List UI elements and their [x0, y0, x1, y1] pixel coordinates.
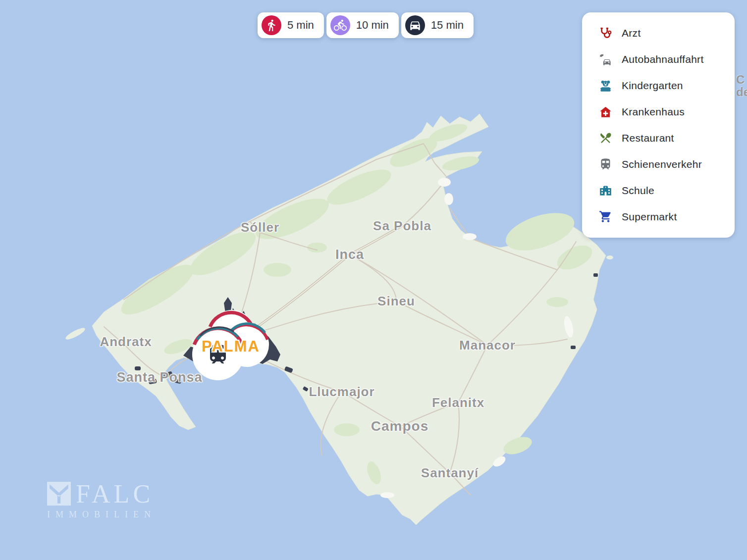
school-icon	[598, 183, 613, 198]
travel-time-toolbar: 5 min 10 min 15 min	[258, 12, 474, 38]
legend-label-restaurant: Restaurant	[622, 132, 674, 144]
legend-label-supermarkt: Supermarkt	[622, 211, 677, 223]
cart-icon	[598, 209, 613, 224]
legend-label-krankenhaus: Krankenhaus	[622, 106, 685, 118]
car-icon	[405, 15, 425, 35]
legend-item-schule: Schule	[582, 183, 735, 198]
legend-panel: Arzt Autobahnauffahrt Kindergarten	[582, 12, 735, 238]
legend-item-krankenhaus: Krankenhaus	[582, 104, 735, 119]
walk-time-chip[interactable]: 5 min	[258, 12, 324, 38]
stethoscope-icon	[598, 26, 613, 41]
hospital-icon	[598, 104, 613, 119]
legend-label-arzt: Arzt	[622, 27, 641, 39]
walking-icon	[262, 15, 281, 35]
legend-item-supermarkt: Supermarkt	[582, 209, 735, 224]
walk-time-label: 5 min	[287, 19, 314, 32]
legend-item-arzt: Arzt	[582, 26, 735, 41]
islet-ne	[606, 255, 613, 259]
legend-label-kindergarten: Kindergarten	[622, 80, 683, 92]
bike-time-chip[interactable]: 10 min	[326, 12, 399, 38]
car-time-label: 15 min	[431, 19, 464, 32]
legend-item-autobahnauffahrt: Autobahnauffahrt	[582, 52, 735, 67]
bike-time-label: 10 min	[356, 19, 389, 32]
train-marker-icon	[210, 345, 226, 363]
legend-item-restaurant: Restaurant	[582, 131, 735, 146]
teddy-bear-icon	[598, 78, 613, 93]
car-time-chip[interactable]: 15 min	[401, 12, 474, 38]
restaurant-icon	[598, 131, 613, 146]
legend-item-kindergarten: Kindergarten	[582, 78, 735, 93]
map-label-fragment: C de	[736, 73, 747, 99]
legend-label-schule: Schule	[622, 185, 654, 197]
train-icon	[598, 157, 613, 172]
cycling-icon	[330, 15, 350, 35]
highway-car-icon	[598, 52, 613, 67]
legend-item-schienenverkehr: Schienenverkehr	[582, 157, 735, 172]
legend-label-schienenverkehr: Schienenverkehr	[622, 158, 702, 170]
legend-label-autobahnauffahrt: Autobahnauffahrt	[622, 53, 704, 65]
